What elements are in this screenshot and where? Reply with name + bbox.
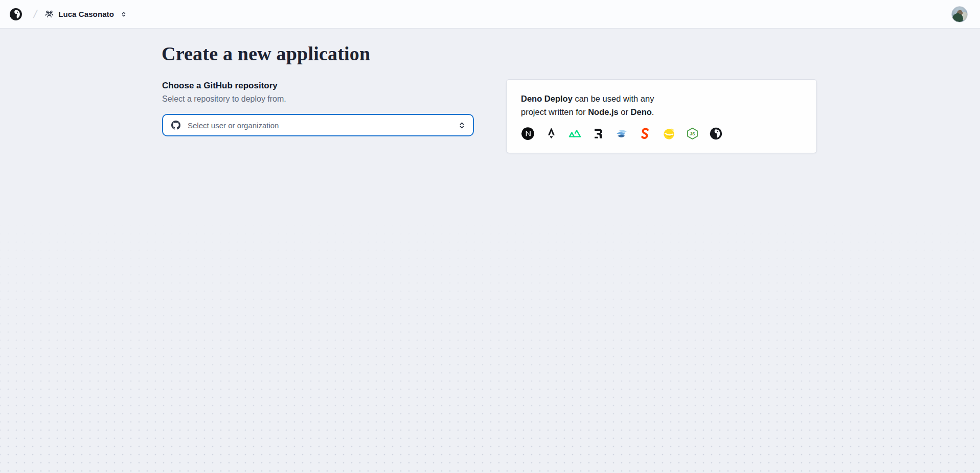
select-placeholder: Select user or organization	[188, 121, 458, 130]
page-title: Create a new application	[162, 42, 370, 65]
repo-picker-description: Select a repository to deploy from.	[162, 93, 474, 105]
user-avatar[interactable]	[951, 6, 968, 22]
top-navbar: / Luca Casonato	[0, 0, 980, 29]
svg-text:JS: JS	[690, 131, 695, 136]
repo-picker-section: Choose a GitHub repository Select a repo…	[162, 80, 474, 136]
nuxt-icon	[568, 127, 582, 140]
organization-icon	[45, 10, 54, 18]
astro-icon	[544, 127, 558, 140]
org-switcher[interactable]: Luca Casonato	[45, 10, 127, 18]
github-org-select[interactable]: Select user or organization	[162, 114, 474, 136]
chevron-up-down-icon	[121, 11, 127, 18]
info-card-text: Deno Deploy can be used with any project…	[521, 92, 679, 119]
nextjs-icon	[521, 127, 535, 140]
deno-dino-icon	[9, 8, 22, 21]
github-icon	[171, 121, 180, 130]
deno-framework-icon	[709, 127, 723, 140]
repo-picker-label: Choose a GitHub repository	[162, 80, 474, 91]
chevron-up-down-icon	[458, 121, 466, 130]
nodejs-icon: JS	[686, 127, 699, 140]
deno-logo[interactable]	[9, 8, 22, 21]
deno-deploy-info-card: Deno Deploy can be used with any project…	[506, 79, 817, 153]
solidjs-icon	[615, 127, 629, 140]
remix-icon	[591, 127, 605, 140]
svelte-icon	[639, 127, 652, 140]
breadcrumb-org-label: Luca Casonato	[58, 10, 114, 18]
framework-icons-row: JS	[521, 127, 802, 140]
fresh-icon	[662, 127, 676, 140]
breadcrumb-separator: /	[32, 8, 38, 21]
dot-grid-background	[0, 29, 980, 473]
